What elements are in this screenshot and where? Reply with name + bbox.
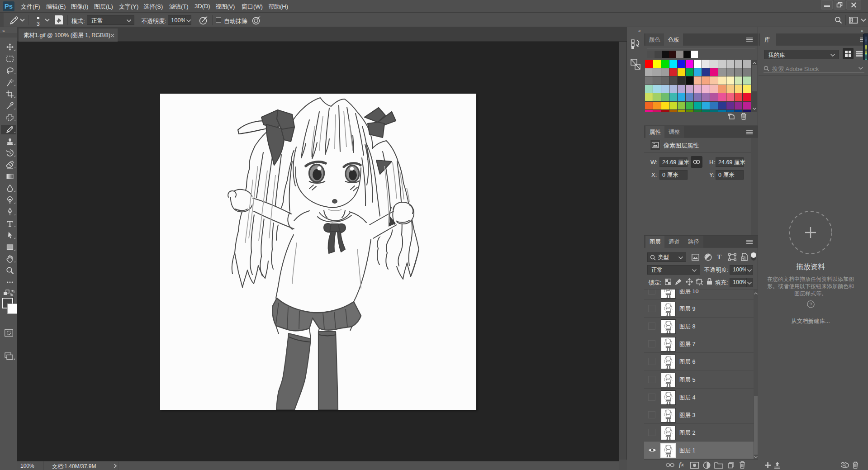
svg-text:?: ? [809,302,812,307]
